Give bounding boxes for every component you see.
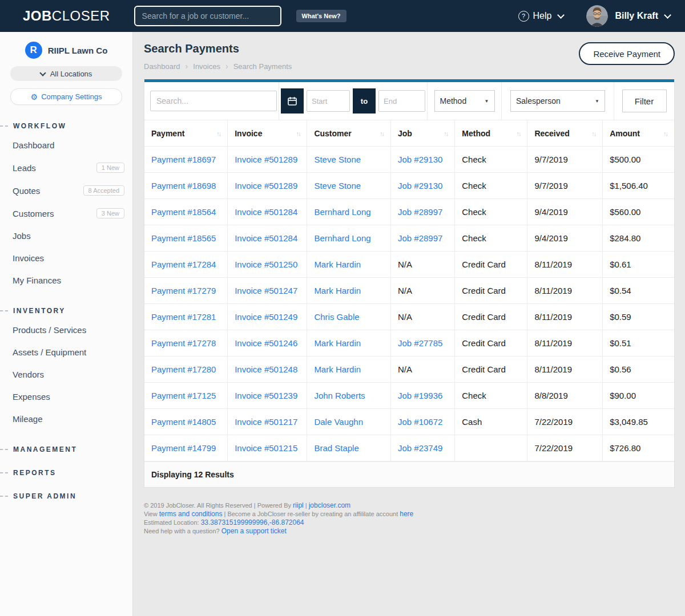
sidebar-item-mileage[interactable]: Mileage — [0, 408, 132, 430]
payment-link[interactable]: Payment #14805 — [151, 417, 216, 427]
payment-link[interactable]: Payment #17125 — [151, 391, 216, 400]
customer-link[interactable]: Mark Hardin — [314, 286, 361, 295]
invoice-cell[interactable]: Invoice #501284 — [228, 225, 307, 252]
riipl-link[interactable]: riipl — [293, 501, 304, 509]
sidebar-item-jobs[interactable]: Jobs — [0, 225, 132, 247]
terms-link[interactable]: terms and conditions — [159, 510, 223, 518]
job-cell[interactable]: Job #28997 — [390, 225, 454, 252]
column-header-customer[interactable]: Customer↑↓ — [307, 120, 391, 147]
job-cell[interactable]: Job #28997 — [390, 199, 454, 225]
sidebar-section-super-admin[interactable]: SUPER ADMIN — [0, 492, 132, 500]
sidebar-item-products-services[interactable]: Products / Services — [0, 319, 132, 341]
invoice-cell[interactable]: Invoice #501249 — [228, 304, 307, 330]
job-cell[interactable]: Job #29130 — [390, 147, 454, 173]
calendar-button[interactable] — [281, 88, 304, 114]
invoice-cell[interactable]: Invoice #501284 — [228, 199, 307, 225]
customer-cell[interactable]: Mark Hardin — [307, 356, 391, 383]
chevron-down-icon[interactable] — [664, 11, 671, 19]
payments-search-input[interactable] — [150, 91, 277, 111]
app-logo[interactable]: JOBCLOSER — [23, 8, 110, 24]
date-end-input[interactable] — [378, 90, 425, 112]
payment-cell[interactable]: Payment #18564 — [144, 199, 228, 225]
breadcrumb-dashboard[interactable]: Dashboard — [144, 62, 180, 71]
user-name[interactable]: Billy Kraft — [615, 11, 658, 21]
sidebar-item-dashboard[interactable]: Dashboard — [0, 134, 132, 156]
job-link[interactable]: Job #28997 — [398, 207, 442, 217]
job-link[interactable]: Job #10672 — [398, 417, 442, 427]
date-start-input[interactable] — [307, 90, 350, 112]
location-link[interactable]: 33.387315199999996,-86.872064 — [201, 518, 304, 526]
customer-cell[interactable]: Mark Hardin — [307, 330, 391, 356]
invoice-link[interactable]: Invoice #501246 — [235, 338, 297, 348]
column-header-method[interactable]: Method↑↓ — [455, 120, 527, 147]
receive-payment-button[interactable]: Receive Payment — [579, 42, 675, 65]
sidebar-item-invoices[interactable]: Invoices — [0, 247, 132, 269]
invoice-cell[interactable]: Invoice #501217 — [228, 409, 307, 435]
customer-cell[interactable]: Steve Stone — [307, 147, 391, 173]
customer-cell[interactable]: Mark Hardin — [307, 278, 391, 304]
all-locations-dropdown[interactable]: All Locations — [10, 66, 122, 81]
invoice-cell[interactable]: Invoice #501247 — [228, 278, 307, 304]
invoice-link[interactable]: Invoice #501289 — [235, 155, 297, 164]
job-cell[interactable]: Job #19936 — [390, 383, 454, 409]
payment-cell[interactable]: Payment #18697 — [144, 147, 228, 173]
payment-link[interactable]: Payment #17284 — [151, 260, 216, 269]
invoice-link[interactable]: Invoice #501215 — [235, 443, 297, 453]
payment-cell[interactable]: Payment #18698 — [144, 173, 228, 199]
invoice-link[interactable]: Invoice #501250 — [235, 260, 297, 269]
invoice-link[interactable]: Invoice #501289 — [235, 181, 297, 191]
sidebar-item-assets-equipment[interactable]: Assets / Equipment — [0, 341, 132, 363]
sidebar-section-workflow[interactable]: WORKFLOW — [0, 122, 132, 130]
method-select[interactable]: Method ▼ — [434, 90, 495, 112]
payment-link[interactable]: Payment #17278 — [151, 338, 216, 348]
invoice-cell[interactable]: Invoice #501289 — [228, 147, 307, 173]
invoice-cell[interactable]: Invoice #501248 — [228, 356, 307, 383]
payment-link[interactable]: Payment #18565 — [151, 233, 216, 243]
invoice-link[interactable]: Invoice #501248 — [235, 364, 297, 374]
payment-cell[interactable]: Payment #17284 — [144, 252, 228, 278]
customer-link[interactable]: Dale Vaughn — [314, 417, 363, 427]
customer-cell[interactable]: Dale Vaughn — [307, 409, 391, 435]
payment-link[interactable]: Payment #18698 — [151, 181, 216, 191]
user-avatar[interactable] — [586, 5, 608, 27]
payment-link[interactable]: Payment #18697 — [151, 155, 216, 164]
invoice-link[interactable]: Invoice #501247 — [235, 286, 297, 295]
invoice-cell[interactable]: Invoice #501250 — [228, 252, 307, 278]
payment-link[interactable]: Payment #17279 — [151, 286, 216, 295]
invoice-cell[interactable]: Invoice #501246 — [228, 330, 307, 356]
job-link[interactable]: Job #23749 — [398, 443, 442, 453]
payment-cell[interactable]: Payment #14805 — [144, 409, 228, 435]
filter-button[interactable]: Filter — [622, 90, 667, 112]
column-header-received[interactable]: Received↑↓ — [527, 120, 603, 147]
column-header-invoice[interactable]: Invoice↑↓ — [228, 120, 307, 147]
customer-cell[interactable]: Brad Staple — [307, 435, 391, 461]
customer-cell[interactable]: Mark Hardin — [307, 252, 391, 278]
invoice-link[interactable]: Invoice #501217 — [235, 417, 297, 427]
sidebar-item-quotes[interactable]: Quotes8 Accepted — [0, 179, 132, 202]
customer-link[interactable]: Brad Staple — [314, 443, 358, 453]
payment-cell[interactable]: Payment #17278 — [144, 330, 228, 356]
support-ticket-link[interactable]: Open a support ticket — [221, 527, 287, 535]
customer-cell[interactable]: Bernhard Long — [307, 225, 391, 252]
payment-cell[interactable]: Payment #17125 — [144, 383, 228, 409]
sidebar-section-management[interactable]: MANAGEMENT — [0, 445, 132, 453]
customer-link[interactable]: Mark Hardin — [314, 364, 361, 374]
invoice-link[interactable]: Invoice #501284 — [235, 233, 297, 243]
job-cell[interactable]: Job #27785 — [390, 330, 454, 356]
sidebar-section-inventory[interactable]: INVENTORY — [0, 307, 132, 315]
payment-link[interactable]: Payment #17281 — [151, 312, 216, 322]
sidebar-item-customers[interactable]: Customers3 New — [0, 202, 132, 225]
sidebar-section-reports[interactable]: REPORTS — [0, 469, 132, 477]
customer-link[interactable]: John Roberts — [314, 391, 365, 400]
payment-cell[interactable]: Payment #14799 — [144, 435, 228, 461]
customer-cell[interactable]: Steve Stone — [307, 173, 391, 199]
payment-link[interactable]: Payment #18564 — [151, 207, 216, 217]
company-settings-button[interactable]: ⚙ Company Settings — [10, 88, 122, 105]
customer-link[interactable]: Bernhard Long — [314, 233, 370, 243]
customer-link[interactable]: Mark Hardin — [314, 260, 361, 269]
job-link[interactable]: Job #27785 — [398, 338, 442, 348]
invoice-cell[interactable]: Invoice #501215 — [228, 435, 307, 461]
customer-cell[interactable]: John Roberts — [307, 383, 391, 409]
invoice-link[interactable]: Invoice #501249 — [235, 312, 297, 322]
column-header-job[interactable]: Job↑↓ — [390, 120, 454, 147]
